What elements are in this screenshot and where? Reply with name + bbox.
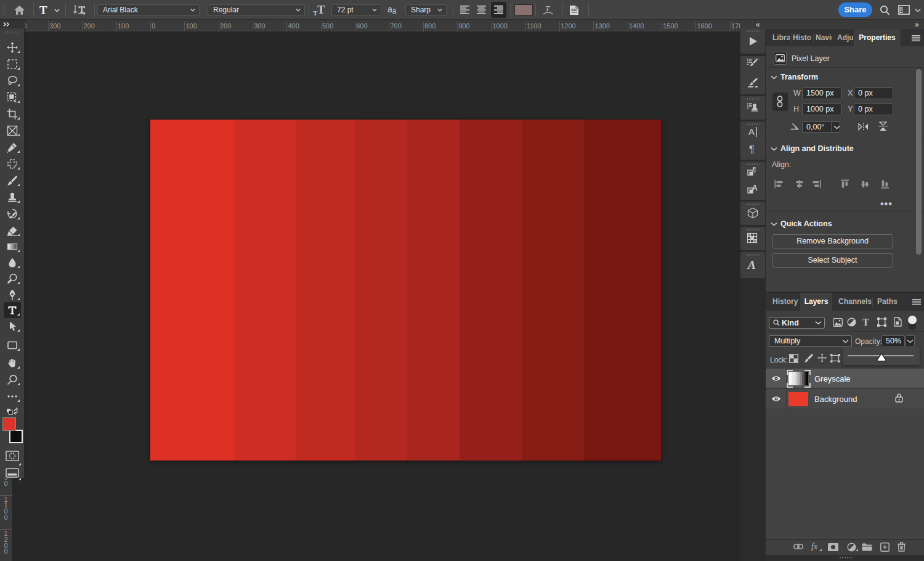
svg-text:T: T	[545, 4, 550, 13]
svg-text:A: A	[752, 184, 758, 192]
svg-text:A: A	[748, 126, 755, 137]
svg-text:¶: ¶	[749, 144, 755, 155]
svg-text:¶: ¶	[753, 166, 756, 173]
svg-text:A: A	[747, 259, 756, 271]
